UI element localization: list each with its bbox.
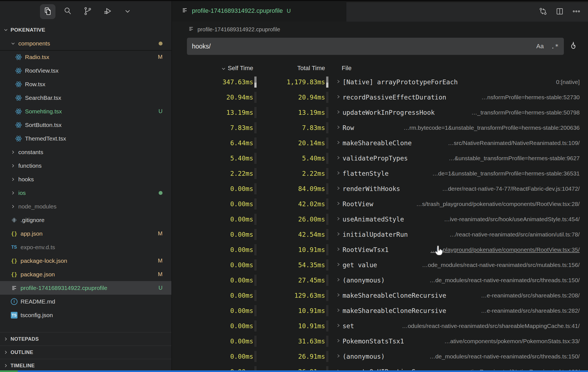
expand-chevron-icon[interactable] xyxy=(336,231,341,238)
column-total-time[interactable]: Total Time xyxy=(257,65,325,72)
profile-table-row[interactable]: 0.00ms31.63msPokemonStatsTsx1…ative/comp… xyxy=(172,333,588,349)
explorer-item-components[interactable]: components xyxy=(0,37,171,50)
file-location-link[interactable]: …derer/react-native-74-77/ReactFabric-de… xyxy=(400,185,588,192)
explorer-root[interactable]: POKENATIVE xyxy=(0,23,171,37)
explorer-item-somehting.tsx[interactable]: Somehting.tsxU xyxy=(0,105,171,118)
explorer-item-expo-env.d.ts[interactable]: TSexpo-env.d.ts xyxy=(0,240,171,254)
expand-chevron-icon[interactable] xyxy=(336,125,341,131)
file-location-link[interactable]: …de_modules/react-native-reanimated/src/… xyxy=(385,353,588,360)
more-views-button[interactable] xyxy=(120,4,135,19)
debug-view-button[interactable] xyxy=(100,4,115,19)
expand-chevron-icon[interactable] xyxy=(336,262,341,268)
panel-outline[interactable]: OUTLINE xyxy=(0,345,171,359)
expand-chevron-icon[interactable] xyxy=(336,140,341,146)
profile-table-row[interactable]: 0.00ms54.35msget value…ode_modules/react… xyxy=(172,257,588,272)
explorer-item-app.json[interactable]: {}app.jsonM xyxy=(0,227,171,240)
file-location-link[interactable]: …ode_modules/react-native-reanimated/src… xyxy=(377,262,588,268)
filter-input[interactable] xyxy=(192,43,529,50)
explorer-item-constants[interactable]: constants xyxy=(0,145,171,159)
explorer-item-ios[interactable]: ios xyxy=(0,186,171,200)
expand-chevron-icon[interactable] xyxy=(336,201,341,207)
explorer-item-tsconfig.json[interactable]: TStsconfig.json xyxy=(0,308,171,322)
file-location-link[interactable]: …&unstable_transformProfile=hermes-stabl… xyxy=(408,155,588,162)
expand-chevron-icon[interactable] xyxy=(336,353,341,360)
profile-table-row[interactable]: 0.00ms10.91msRootViewTsx1…h_playground/p… xyxy=(172,242,588,257)
expand-chevron-icon[interactable] xyxy=(336,186,341,192)
expand-chevron-icon[interactable] xyxy=(336,94,341,100)
profile-table-row[interactable]: 5.40ms5.40msvalidatePropTypes…&unstable_… xyxy=(172,151,588,166)
profile-table-row[interactable]: 13.19ms13.19msupdateWorkInProgressHook…_… xyxy=(172,105,588,120)
column-self-time[interactable]: Self Time xyxy=(172,65,253,72)
profile-table-row[interactable]: 2.22ms2.22msflattenStyle…de=1&unstable_t… xyxy=(172,166,588,181)
file-location-link[interactable]: 0:[native] xyxy=(458,79,588,85)
profile-table-row[interactable]: 20.94ms20.94msrecordPassiveEffectDuratio… xyxy=(172,90,588,105)
profile-table-row[interactable]: 0.00ms27.45ms(anonymous)…de_modules/reac… xyxy=(172,272,588,288)
regex-toggle[interactable]: .* xyxy=(551,43,559,50)
profile-table-row[interactable]: 0.00ms26.91ms(anonymous)…de_modules/reac… xyxy=(172,349,588,364)
panel-notepads[interactable]: NOTEPADS xyxy=(0,332,171,345)
expand-chevron-icon[interactable] xyxy=(336,216,341,222)
file-location-link[interactable]: …src/NativeReanimated/NativeReanimated.t… xyxy=(412,140,588,146)
open-changes-button[interactable] xyxy=(539,7,548,17)
file-location-link[interactable]: …h_playground/pokenative/components/Root… xyxy=(389,246,588,253)
match-case-toggle[interactable]: Aa xyxy=(536,43,544,50)
explorer-item-profile-1741689314922.cpuprofile[interactable]: profile-1741689314922.cpuprofileU xyxy=(0,281,171,295)
file-location-link[interactable]: …e-reanimated/src/shareables.ts:282/ xyxy=(446,307,588,314)
file-location-link[interactable]: …ive-reanimated/src/hook/useAnimatedStyl… xyxy=(404,216,588,223)
profile-table-row[interactable]: 0.00ms84.09msrenderWithHooks…derer/react… xyxy=(172,181,588,196)
file-location-link[interactable]: …de_modules/react-native-reanimated/src/… xyxy=(385,277,588,284)
file-location-link[interactable]: …rm.bytecode=1&unstable_transformProfile… xyxy=(354,124,588,131)
more-actions-button[interactable] xyxy=(572,7,581,17)
explorer-view-button[interactable] xyxy=(40,4,55,19)
profile-table-row[interactable]: 0.00ms129.63msmakeShareableCloneRecursiv… xyxy=(172,288,588,303)
breadcrumb[interactable]: profile-1741689314922.cpuprofile xyxy=(172,22,588,37)
file-location-link[interactable]: …ative/components/pokemon/PokemonStats.t… xyxy=(404,338,588,345)
explorer-item-package.json[interactable]: {}package.jsonM xyxy=(0,267,171,281)
explorer-item-functions[interactable]: functions xyxy=(0,159,171,172)
explorer-item-rootview.tsx[interactable]: RootView.tsx xyxy=(0,64,171,77)
show-flame-graph-button[interactable] xyxy=(568,41,578,52)
profile-table-row[interactable]: 0.00ms42.02msRootView…s/trash_playground… xyxy=(172,196,588,212)
expand-chevron-icon[interactable] xyxy=(336,155,341,161)
explorer-item-radio.tsx[interactable]: Radio.tsxM xyxy=(0,50,171,64)
panel-timeline[interactable]: TIMELINE xyxy=(0,359,171,372)
split-editor-button[interactable] xyxy=(555,7,564,17)
file-location-link[interactable]: …e-reanimated/src/shareables.ts:208/ xyxy=(446,292,588,299)
expand-chevron-icon[interactable] xyxy=(336,79,341,85)
expand-chevron-icon[interactable] xyxy=(336,292,341,299)
file-location-link[interactable]: …de=1&unstable_transformProfile=hermes-s… xyxy=(389,170,588,177)
source-control-view-button[interactable] xyxy=(80,4,95,19)
function-name: initialUpdaterRun xyxy=(343,231,408,238)
explorer-item-hooks[interactable]: hooks xyxy=(0,172,171,186)
expand-chevron-icon[interactable] xyxy=(336,323,341,329)
explorer-item-package-lock.json[interactable]: {}package-lock.jsonM xyxy=(0,254,171,267)
expand-chevron-icon[interactable] xyxy=(336,247,341,253)
expand-chevron-icon[interactable] xyxy=(336,338,341,344)
explorer-item-readme.md[interactable]: iREADME.md xyxy=(0,295,171,308)
tab-cpuprofile[interactable]: profile-1741689314922.cpuprofile U xyxy=(172,0,346,22)
expand-chevron-icon[interactable] xyxy=(336,109,341,116)
explorer-item-themedtext.tsx[interactable]: ThemedText.tsx xyxy=(0,132,171,145)
profile-table-row[interactable]: 0.00ms10.91msset…odules/react-native-rea… xyxy=(172,318,588,333)
file-location-link[interactable]: …nsformProfile=hermes-stable:52730 xyxy=(446,94,588,101)
profile-table-row[interactable]: 347.63ms1,179.83ms[Native] arrayPrototyp… xyxy=(172,74,588,90)
explorer-item-searchbar.tsx[interactable]: SearchBar.tsx xyxy=(0,91,171,105)
explorer-item-row.tsx[interactable]: Row.tsx xyxy=(0,77,171,91)
expand-chevron-icon[interactable] xyxy=(336,277,341,283)
explorer-item-.gitignore[interactable]: .gitignore xyxy=(0,213,171,227)
profile-table-row[interactable]: 6.44ms20.14msmakeShareableClone…src/Nati… xyxy=(172,135,588,151)
expand-chevron-icon[interactable] xyxy=(336,170,341,177)
search-view-button[interactable] xyxy=(60,4,75,19)
profile-table-row[interactable]: 0.00ms42.54msinitialUpdaterRun…/react-na… xyxy=(172,227,588,242)
profile-table-row[interactable]: 7.83ms7.83msRow…rm.bytecode=1&unstable_t… xyxy=(172,120,588,135)
file-location-link[interactable]: …s/trash_playground/pokenative/component… xyxy=(373,201,588,207)
explorer-item-sortbutton.tsx[interactable]: SortButton.tsx xyxy=(0,118,171,132)
column-file[interactable]: File xyxy=(342,65,351,72)
file-location-link[interactable]: …/react-native-reanimated/src/animation/… xyxy=(408,231,588,238)
explorer-item-node-modules[interactable]: node_modules xyxy=(0,200,171,213)
profile-table-row[interactable]: 0.00ms26.00msuseAnimatedStyle…ive-reanim… xyxy=(172,212,588,227)
expand-chevron-icon[interactable] xyxy=(336,308,341,314)
file-location-link[interactable]: …odules/react-native-reanimated/src/shar… xyxy=(354,323,588,329)
profile-table-row[interactable]: 0.00ms10.91msmakeShareableCloneRecursive… xyxy=(172,303,588,318)
file-location-link[interactable]: …_transformProfile=hermes-stable:50798 xyxy=(435,109,588,116)
